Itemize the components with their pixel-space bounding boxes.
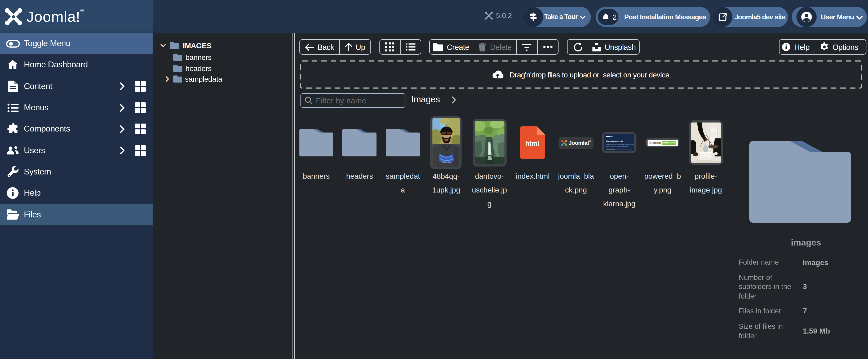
svg-text:customers to buy now and pay l: customers to buy now and pay later. [606, 145, 629, 147]
svg-text:Learn about Klarna, a global p: Learn about Klarna, a global payment met… [606, 144, 634, 145]
svg-text:Joomla!: Joomla! [652, 142, 660, 144]
svg-text:POWERED BY JOOMLA!: POWERED BY JOOMLA! [661, 142, 677, 144]
svg-text:html: html [525, 140, 539, 147]
svg-text:Klarna payments: Klarna payments [606, 140, 623, 142]
